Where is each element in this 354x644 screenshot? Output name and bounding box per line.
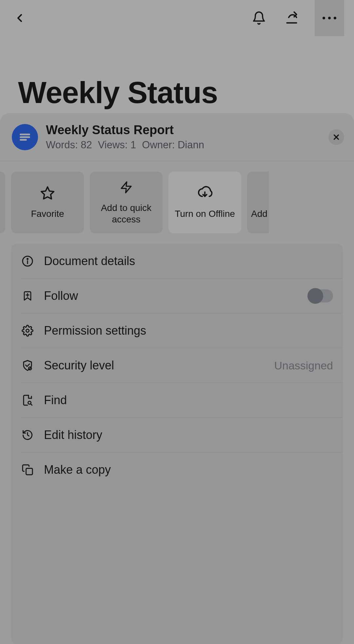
dim-overlay[interactable] [0,0,354,644]
